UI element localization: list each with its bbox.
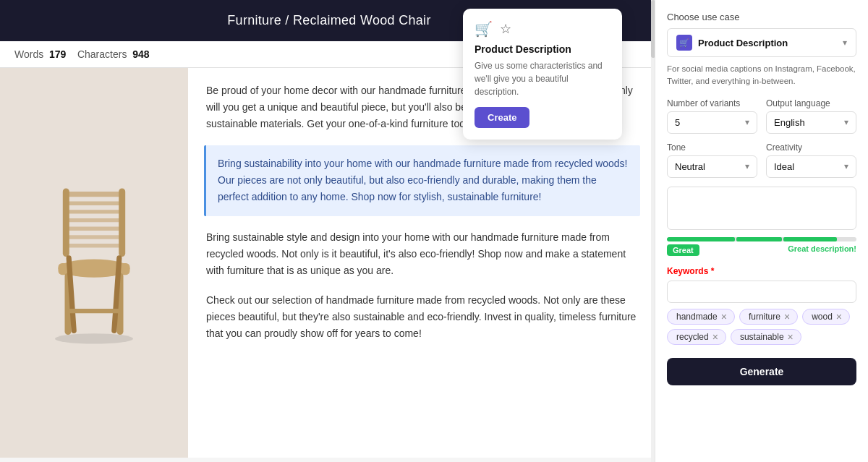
keyword-tag-sustainable: sustainable × <box>731 329 801 345</box>
keywords-input[interactable] <box>667 281 856 303</box>
language-value: English <box>774 117 805 128</box>
output-language-group: Output language English ▾ <box>766 98 856 134</box>
keyword-tag-handmade: handmade × <box>667 309 735 325</box>
quality-great-badge: Great <box>667 244 699 256</box>
paragraph-2-highlighted: Bring sustainability into your home with… <box>204 145 640 215</box>
keyword-tag-recycled: recycled × <box>667 329 726 345</box>
keyword-tags-container: handmade × furniture × wood × recycled ×… <box>667 309 856 345</box>
tone-creativity-row: Tone Neutral ▾ Creativity Ideal ▾ <box>667 142 856 178</box>
tooltip-icons: 🛒 ☆ <box>475 20 511 38</box>
variants-label: Number of variants <box>667 98 757 108</box>
cart-icon: 🛒 <box>475 20 493 38</box>
svg-rect-3 <box>65 218 124 221</box>
tone-label: Tone <box>667 142 757 153</box>
star-icon: ☆ <box>500 21 511 37</box>
svg-point-16 <box>55 333 133 343</box>
product-title: Furniture / Reclaimed Wood Chair <box>227 13 430 27</box>
words-label: Words <box>14 48 43 60</box>
creativity-select[interactable]: Ideal ▾ <box>766 155 856 178</box>
description-textarea[interactable] <box>667 187 856 230</box>
remove-furniture-icon[interactable]: × <box>784 312 790 322</box>
tooltip-title: Product Description <box>475 43 610 55</box>
svg-rect-2 <box>65 210 124 213</box>
creativity-group: Creativity Ideal ▾ <box>766 142 856 178</box>
chars-count: 948 <box>132 48 149 60</box>
keywords-required-indicator: * <box>708 266 714 276</box>
svg-rect-4 <box>65 226 124 230</box>
progress-bar <box>667 237 856 241</box>
creativity-chevron: ▾ <box>844 161 848 171</box>
creativity-value: Ideal <box>774 161 794 172</box>
tone-value: Neutral <box>675 161 705 172</box>
use-case-dropdown[interactable]: 🛒 Product Description ▾ <box>667 28 856 57</box>
quality-right-label: Great description! <box>788 244 856 256</box>
variants-select[interactable]: 5 ▾ <box>667 111 757 134</box>
use-case-icon: 🛒 <box>676 35 692 51</box>
svg-rect-1 <box>65 201 124 205</box>
svg-rect-0 <box>65 192 124 197</box>
tone-group: Tone Neutral ▾ <box>667 142 757 178</box>
tone-chevron: ▾ <box>745 161 749 171</box>
quality-labels: Great Great description! <box>667 244 856 256</box>
chars-label: Characters <box>77 48 127 60</box>
language-select[interactable]: English ▾ <box>766 111 856 134</box>
paragraph-3: Bring sustainable style and design into … <box>206 229 640 279</box>
tooltip-description: Give us some characteristics and we'll g… <box>475 59 610 98</box>
tooltip-header: 🛒 ☆ <box>475 20 610 38</box>
progress-seg-3 <box>783 237 836 241</box>
remove-handmade-icon[interactable]: × <box>721 312 727 322</box>
create-button[interactable]: Create <box>475 107 529 128</box>
keywords-section-label: Keywords * <box>667 266 856 276</box>
chevron-down-icon: ▾ <box>843 38 847 48</box>
keyword-tag-wood: wood × <box>802 309 850 325</box>
tooltip-popup: 🛒 ☆ Product Description Give us some cha… <box>463 9 622 140</box>
creativity-label: Creativity <box>766 142 856 153</box>
chair-image <box>0 68 188 458</box>
svg-rect-7 <box>63 188 69 257</box>
remove-recycled-icon[interactable]: × <box>712 332 718 342</box>
number-of-variants-group: Number of variants 5 ▾ <box>667 98 757 134</box>
progress-row <box>667 237 856 241</box>
remove-sustainable-icon[interactable]: × <box>788 332 793 342</box>
svg-rect-5 <box>65 235 124 239</box>
words-count: 179 <box>49 48 66 60</box>
product-image-area <box>0 68 188 458</box>
choose-use-case-label: Choose use case <box>667 12 856 22</box>
remove-wood-icon[interactable]: × <box>836 312 842 322</box>
generate-button[interactable]: Generate <box>667 358 856 385</box>
variants-language-row: Number of variants 5 ▾ Output language E… <box>667 98 856 134</box>
svg-rect-8 <box>119 188 125 257</box>
progress-seg-2 <box>736 237 782 241</box>
use-case-select-left: 🛒 Product Description <box>676 35 788 51</box>
keyword-tag-furniture: furniture × <box>739 309 798 325</box>
language-label: Output language <box>766 98 856 108</box>
progress-seg-1 <box>667 237 735 241</box>
use-case-label: Product Description <box>698 38 788 48</box>
svg-rect-15 <box>68 309 120 313</box>
variants-chevron: ▾ <box>745 117 749 127</box>
language-chevron: ▾ <box>844 117 848 127</box>
right-sidebar: Choose use case 🛒 Product Description ▾ … <box>655 0 868 462</box>
tone-select[interactable]: Neutral ▾ <box>667 155 757 178</box>
svg-rect-6 <box>65 244 124 247</box>
use-case-description: For social media captions on Instagram, … <box>667 63 856 88</box>
variants-value: 5 <box>675 117 680 128</box>
paragraph-4: Check out our selection of handmade furn… <box>206 292 640 342</box>
